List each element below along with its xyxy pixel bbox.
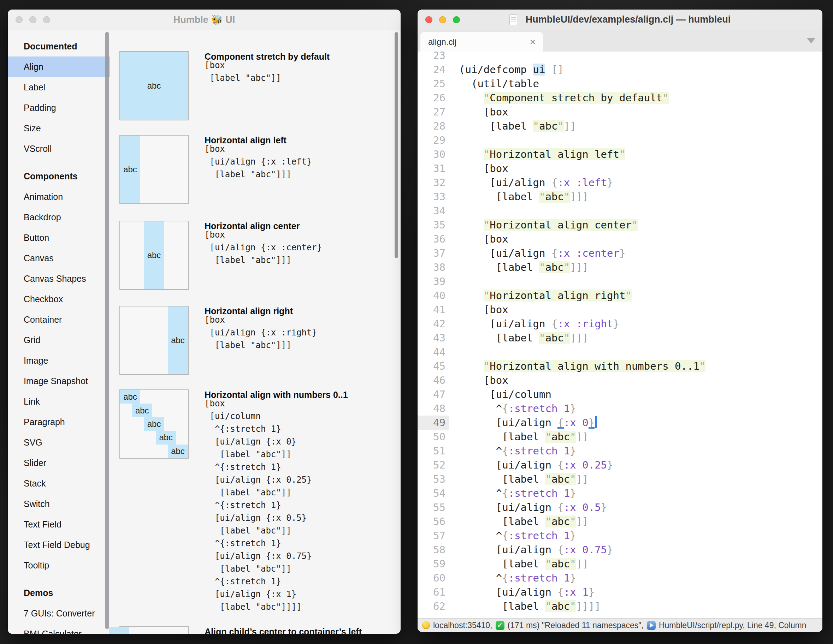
code-line-39[interactable]: 39: [418, 274, 822, 289]
code-line-62[interactable]: 62 [label "abc"]]]]: [418, 599, 822, 613]
code-line-49[interactable]: 49 [ui/align {:x 0}: [418, 416, 822, 430]
line-number: 38: [418, 260, 449, 274]
line-content: "Horizontal align center": [459, 218, 638, 232]
code-line-44[interactable]: 44: [418, 345, 822, 359]
code-line-27[interactable]: 27 [box: [418, 105, 822, 119]
sidebar-item-stack[interactable]: Stack: [8, 473, 110, 494]
minimize-window-button[interactable]: [439, 16, 446, 23]
code-line-25[interactable]: 25 (util/table: [418, 77, 822, 91]
code-line-55[interactable]: 55 [ui/align {:x 0.5}: [418, 500, 822, 514]
code-line-24[interactable]: 24(ui/defcomp ui []: [418, 63, 822, 77]
code-line-48[interactable]: 48 ^{:stretch 1}: [418, 401, 822, 416]
sidebar-item-canvas-shapes[interactable]: Canvas Shapes: [8, 268, 110, 289]
code-line-54[interactable]: 54 ^{:stretch 1}: [418, 486, 822, 500]
line-number: 51: [418, 444, 449, 458]
line-content: "Horizontal align left": [459, 147, 625, 161]
code-line-37[interactable]: 37 [ui/align {:x :center}: [418, 246, 822, 260]
sidebar-item-text-field-debug[interactable]: Text Field Debug: [8, 535, 110, 555]
code-line-43[interactable]: 43 [label "abc"]]]: [418, 331, 822, 345]
code-line-47[interactable]: 47 [ui/column: [418, 387, 822, 401]
line-content: [ui/align {:x 1}: [459, 585, 595, 599]
sidebar-item-size[interactable]: Size: [8, 118, 110, 138]
code-line-59[interactable]: 59 [label "abc"]]: [418, 557, 822, 571]
sidebar-item-7-guis-converter[interactable]: 7 GUIs: Converter: [8, 603, 110, 623]
code-line-41[interactable]: 41 [box: [418, 303, 822, 317]
zoom-window-button[interactable]: [43, 16, 50, 23]
sidebar-item-button[interactable]: Button: [8, 227, 110, 248]
sidebar-item-grid[interactable]: Grid: [8, 330, 110, 350]
code-line-42[interactable]: 42 [ui/align {:x :right}: [418, 317, 822, 331]
traffic-lights: [16, 16, 50, 23]
code-line-33[interactable]: 33 [label "abc"]]]: [418, 190, 822, 204]
preview-abc-label: abc: [171, 336, 185, 345]
sidebar-item-link[interactable]: Link: [8, 391, 110, 412]
sidebar-item-container[interactable]: Container: [8, 309, 110, 330]
code-line-52[interactable]: 52 [ui/align {:x 0.25}: [418, 458, 822, 472]
preview-abc-label: abc: [147, 419, 161, 429]
code-line-50[interactable]: 50 [label "abc"]]: [418, 430, 822, 444]
code-editor[interactable]: 2324(ui/defcomp ui []25 (util/table26 "C…: [418, 51, 822, 618]
code-line-36[interactable]: 36 [box: [418, 232, 822, 246]
window-title: HumbleUI/dev/examples/align.clj — humble…: [526, 14, 731, 25]
tab-list-dropdown-icon[interactable]: [807, 38, 815, 43]
sidebar-item-svg[interactable]: SVG: [8, 432, 110, 453]
sidebar-item-switch[interactable]: Switch: [8, 494, 110, 514]
code-line-57[interactable]: 57 ^{:stretch 1}: [418, 528, 822, 543]
code-line-38[interactable]: 38 [label "abc"]]]: [418, 260, 822, 274]
yellow-dot-icon: [422, 622, 430, 629]
close-window-button[interactable]: [16, 16, 23, 23]
sidebar-item-image-snapshot[interactable]: Image Snapshot: [8, 371, 110, 391]
preview-highlight: abc: [156, 431, 176, 444]
sidebar-item-canvas[interactable]: Canvas: [8, 248, 110, 268]
sidebar-item-backdrop[interactable]: Backdrop: [8, 207, 110, 227]
code-line-58[interactable]: 58 [ui/align {:x 0.75}: [418, 543, 822, 557]
example-code: [box [label "abc"]]: [204, 59, 281, 84]
sidebar-item-padding[interactable]: Padding: [8, 98, 110, 118]
code-line-30[interactable]: 30 "Horizontal align left": [418, 147, 822, 161]
minimize-window-button[interactable]: [29, 16, 36, 23]
code-line-35[interactable]: 35 "Horizontal align center": [418, 218, 822, 232]
sidebar-item-checkbox[interactable]: Checkbox: [8, 289, 110, 309]
code-line-61[interactable]: 61 [ui/align {:x 1}: [418, 585, 822, 599]
sidebar-item-text-field[interactable]: Text Field: [8, 514, 110, 535]
code-line-56[interactable]: 56 [label "abc"]]: [418, 514, 822, 528]
code-line-29[interactable]: 29: [418, 133, 822, 147]
sidebar-item-animation[interactable]: Animation: [8, 186, 110, 207]
code-line-28[interactable]: 28 [label "abc"]]: [418, 119, 822, 133]
line-content: [box: [459, 105, 508, 119]
sidebar-item-slider[interactable]: Slider: [8, 453, 110, 473]
preview-abc-label: abc: [135, 406, 149, 416]
code-line-34[interactable]: 34: [418, 204, 822, 218]
code-line-31[interactable]: 31 [box: [418, 161, 822, 175]
line-number: 24: [418, 63, 449, 77]
line-content: [label "abc"]]: [459, 430, 589, 444]
code-line-26[interactable]: 26 "Component stretch by default": [418, 91, 822, 105]
line-content: [label "abc"]]]]: [459, 599, 601, 613]
sidebar-section-header: Demos: [8, 583, 110, 603]
code-line-51[interactable]: 51 ^{:stretch 1}: [418, 444, 822, 458]
text-cursor: [595, 416, 597, 428]
code-line-32[interactable]: 32 [ui/align {:x :left}: [418, 175, 822, 190]
line-number: 47: [418, 387, 449, 401]
code-line-60[interactable]: 60 ^{:stretch 1}: [418, 571, 822, 585]
line-content: [ui/align {:x 0.75}: [459, 543, 613, 557]
code-line-46[interactable]: 46 [box: [418, 373, 822, 387]
sidebar-item-bmi-calculator[interactable]: BMI Calculator: [8, 623, 110, 634]
sidebar-item-vscroll[interactable]: VScroll: [8, 138, 110, 159]
sidebar-item-align[interactable]: Align: [8, 56, 110, 77]
content-scrollbar-thumb[interactable]: [395, 32, 398, 258]
code-line-45[interactable]: 45 "Horizontal align with numbers 0..1": [418, 359, 822, 373]
zoom-window-button[interactable]: [453, 16, 460, 23]
sidebar-item-image[interactable]: Image: [8, 350, 110, 371]
close-window-button[interactable]: [425, 16, 433, 23]
tab-align-clj[interactable]: align.clj ×: [420, 32, 544, 51]
sidebar-item-tooltip[interactable]: Tooltip: [8, 555, 110, 575]
sidebar-scrollbar-thumb[interactable]: [105, 32, 109, 629]
status-text: HumbleUI/script/repl.py, Line 49, Column: [659, 621, 807, 630]
code-line-53[interactable]: 53 [label "abc"]]: [418, 472, 822, 486]
tab-close-icon[interactable]: ×: [530, 37, 536, 47]
code-line-23[interactable]: 23: [418, 51, 822, 63]
code-line-40[interactable]: 40 "Horizontal align right": [418, 289, 822, 303]
sidebar-item-label[interactable]: Label: [8, 77, 110, 98]
sidebar-item-paragraph[interactable]: Paragraph: [8, 412, 110, 432]
